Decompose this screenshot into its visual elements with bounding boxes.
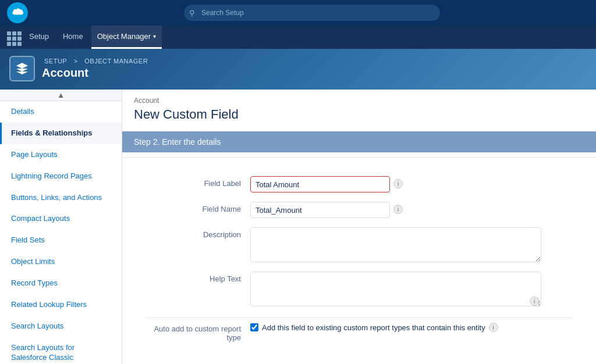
field-label-label: Field Label <box>146 176 250 188</box>
sub-nav: Setup Home Object Manager ▾ <box>0 26 596 49</box>
sidebar: ▲ Details Fields & Relationships Page La… <box>0 90 122 364</box>
field-name-input[interactable] <box>250 202 390 218</box>
search-input[interactable] <box>184 5 440 21</box>
help-text-label: Help Text <box>146 272 250 283</box>
nav-home-link[interactable]: Home <box>57 26 89 49</box>
main-layout: ▲ Details Fields & Relationships Page La… <box>0 90 596 364</box>
sidebar-item-related-lookup-filters[interactable]: Related Lookup Filters <box>0 294 122 316</box>
content-inner: Account New Custom Field Step 2. Enter t… <box>122 90 596 364</box>
field-label-info-icon[interactable]: i <box>393 179 403 188</box>
breadcrumb: SETUP > OBJECT MANAGER <box>42 58 150 65</box>
sidebar-item-page-layouts[interactable]: Page Layouts <box>0 144 122 166</box>
help-text-wrap: i <box>250 272 541 308</box>
sidebar-item-object-limits[interactable]: Object Limits <box>0 251 122 273</box>
search-bar: ⚲ <box>184 5 440 21</box>
sidebar-item-search-layouts-classic[interactable]: Search Layouts for Salesforce Classic <box>0 337 122 364</box>
sidebar-item-search-layouts[interactable]: Search Layouts <box>0 316 122 337</box>
help-text-row: Help Text i <box>146 272 573 308</box>
auto-add-label: Auto add to custom report type <box>146 323 250 342</box>
field-label-input[interactable] <box>250 176 390 192</box>
nav-object-manager-link[interactable]: Object Manager ▾ <box>91 26 162 49</box>
help-text-info-icon[interactable]: i <box>530 297 539 306</box>
search-icon: ⚲ <box>189 9 195 17</box>
help-text-input[interactable] <box>250 272 541 306</box>
field-label-row: Field Label i <box>146 176 573 192</box>
top-nav: ⚲ <box>0 0 596 26</box>
content-title: New Custom Field <box>122 107 596 131</box>
content-breadcrumb: Account <box>122 90 596 107</box>
description-label: Description <box>146 227 250 239</box>
content-area: Account New Custom Field Step 2. Enter t… <box>122 90 596 364</box>
object-icon <box>9 56 35 81</box>
step-header: Step 2. Enter the details <box>122 131 596 152</box>
salesforce-logo[interactable] <box>7 2 28 23</box>
field-name-controls: i <box>250 202 403 218</box>
sidebar-item-fields-relationships[interactable]: Fields & Relationships <box>0 123 122 144</box>
auto-add-row: Auto add to custom report type Add this … <box>146 323 573 342</box>
sidebar-item-lightning-record-pages[interactable]: Lightning Record Pages <box>0 166 122 187</box>
auto-add-controls: Add this field to existing custom report… <box>250 323 498 332</box>
description-input[interactable] <box>250 227 541 262</box>
header-text: SETUP > OBJECT MANAGER Account <box>42 58 150 80</box>
sidebar-item-field-sets[interactable]: Field Sets <box>0 230 122 251</box>
chevron-down-icon: ▾ <box>153 33 156 40</box>
app-launcher-icon[interactable] <box>5 29 21 45</box>
auto-add-checkbox[interactable] <box>250 323 258 331</box>
auto-add-info-icon[interactable]: i <box>489 323 498 332</box>
description-controls <box>250 227 541 262</box>
sidebar-item-compact-layouts[interactable]: Compact Layouts <box>0 208 122 230</box>
description-row: Description <box>146 227 573 262</box>
field-name-info-icon[interactable]: i <box>393 205 403 214</box>
sidebar-item-details[interactable]: Details <box>0 101 122 123</box>
setup-home-link[interactable]: Setup <box>23 26 55 49</box>
field-label-controls: i <box>250 176 403 192</box>
page-header: SETUP > OBJECT MANAGER Account <box>0 49 596 90</box>
field-name-label: Field Name <box>146 202 250 213</box>
sidebar-item-record-types[interactable]: Record Types <box>0 273 122 294</box>
field-name-row: Field Name i <box>146 202 573 218</box>
form-area: Field Label i Field Name i Des <box>122 162 596 364</box>
page-title: Account <box>42 66 150 80</box>
help-text-controls: i <box>250 272 541 308</box>
sidebar-item-buttons-links-actions[interactable]: Buttons, Links, and Actions <box>0 187 122 209</box>
sidebar-scroll-up[interactable]: ▲ <box>0 90 122 101</box>
auto-add-checkbox-label: Add this field to existing custom report… <box>262 323 485 332</box>
